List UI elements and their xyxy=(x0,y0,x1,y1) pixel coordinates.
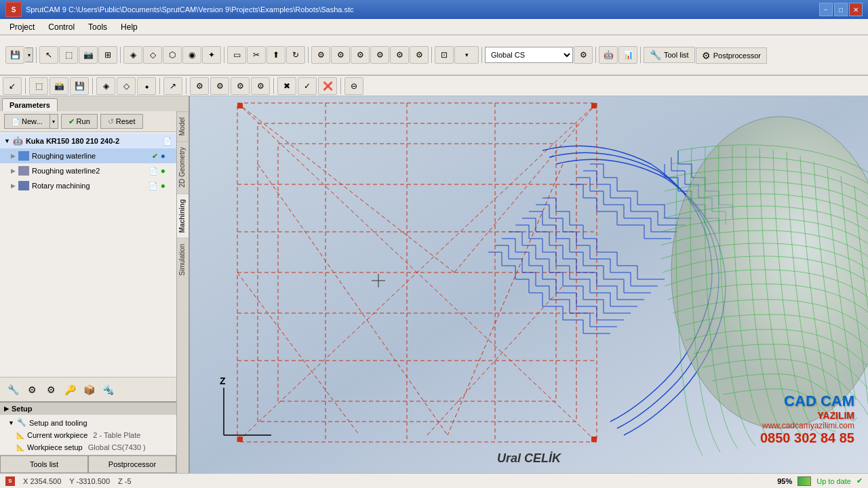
wp-setup-icon: 📐 xyxy=(16,444,24,451)
solid-button[interactable]: ⬡ xyxy=(163,46,182,64)
mill2-button[interactable]: ⚙ xyxy=(331,46,350,64)
robot-tools: 🤖 📊 xyxy=(599,46,637,64)
tb2-12[interactable]: ⚙ xyxy=(251,77,270,95)
tb2-9[interactable]: ⚙ xyxy=(190,77,209,95)
tb2-15[interactable]: ❌ xyxy=(318,77,337,95)
menu-tools[interactable]: Tools xyxy=(81,21,114,33)
tb2-13[interactable]: ✖ xyxy=(277,77,296,95)
vert-tab-2d[interactable]: 2D Geometry xyxy=(177,141,189,192)
new-btn-wrap: 📄 New... ▾ xyxy=(4,114,58,129)
vert-tab-model[interactable]: Model xyxy=(177,111,189,141)
op-item-2-check: 📄 xyxy=(149,182,158,190)
current-workpiece-item[interactable]: 📐 Current workpiece 2 - Table Plate xyxy=(0,429,176,441)
tb2-5[interactable]: ◈ xyxy=(96,77,115,95)
shape-tools: ▭ ✂ ⬆ ↻ xyxy=(227,46,305,64)
mill5-button[interactable]: ⚙ xyxy=(390,46,409,64)
rect-button[interactable]: ▭ xyxy=(227,46,246,64)
extrude-button[interactable]: ⬆ xyxy=(267,46,285,64)
zoom-level: 95% xyxy=(777,477,792,485)
sep-r2-4 xyxy=(186,78,186,94)
menu-control[interactable]: Control xyxy=(41,21,81,33)
tb2-7[interactable]: ⬥ xyxy=(137,77,156,95)
mill4-button[interactable]: ⚙ xyxy=(370,46,389,64)
mill3-button[interactable]: ⚙ xyxy=(351,46,370,64)
tool-list-button[interactable]: 🔧 Tool list xyxy=(644,47,695,63)
menu-project[interactable]: Project xyxy=(3,21,41,33)
sep8 xyxy=(640,47,641,63)
op-item-1[interactable]: ▶ Roughing waterline2 📄 ● xyxy=(0,163,176,178)
op-item-2[interactable]: ▶ Rotary machining 📄 ● xyxy=(0,178,176,193)
view2-2-button[interactable]: ▾ xyxy=(454,46,479,64)
statusbar-logo: S xyxy=(5,476,15,486)
fixture-icon[interactable]: 🔩 xyxy=(99,381,117,399)
cs-dropdown[interactable]: Global CS xyxy=(485,47,573,63)
cursor-button[interactable]: ↖ xyxy=(39,46,58,64)
tb2-14[interactable]: ✓ xyxy=(298,77,317,95)
close-button[interactable]: ✕ xyxy=(849,3,863,16)
tb2-3[interactable]: 📸 xyxy=(50,77,68,95)
save-button[interactable]: 💾 xyxy=(5,46,24,64)
tb2-1[interactable]: ↙ xyxy=(3,77,22,95)
settings-icon[interactable]: ⚙ xyxy=(42,381,60,399)
menu-help[interactable]: Help xyxy=(114,21,144,33)
robot-button[interactable]: 🤖 xyxy=(599,46,618,64)
workpiece-setup-item[interactable]: 📐 Workpiece setup Global CS(7430 ) xyxy=(0,441,176,453)
tb2-6[interactable]: ◇ xyxy=(117,77,136,95)
tb2-8[interactable]: ↗ xyxy=(163,77,182,95)
tb2-10[interactable]: ⚙ xyxy=(210,77,229,95)
select-button[interactable]: ⬚ xyxy=(59,46,78,64)
postprocessor-button[interactable]: ⚙ Postprocessor xyxy=(696,47,767,64)
explode-button[interactable]: ✦ xyxy=(202,46,221,64)
vert-tab-machining[interactable]: Machining xyxy=(177,193,189,238)
sep-r2-6 xyxy=(340,78,341,94)
view2-1-button[interactable]: ⊡ xyxy=(435,46,454,64)
minimize-button[interactable]: − xyxy=(819,3,833,16)
tools-icon[interactable]: 🔑 xyxy=(61,381,79,399)
new-dropdown-arrow[interactable]: ▾ xyxy=(50,114,58,129)
new-button[interactable]: 📄 New... xyxy=(4,114,50,129)
fit-button[interactable]: ⊞ xyxy=(98,46,117,64)
setup-expand: ▼ xyxy=(8,420,14,426)
tb2-4[interactable]: 💾 xyxy=(70,77,89,95)
vert-tab-simulation[interactable]: Simulation xyxy=(177,238,189,281)
statusbar: S X 2354.500 Y -3310.500 Z -5 95% Up to … xyxy=(0,473,868,488)
tab-parameters[interactable]: Parameters xyxy=(2,98,58,111)
stock-icon[interactable]: 📦 xyxy=(80,381,98,399)
tree-root[interactable]: ▼ 🤖 Kuka KR150 180 210 240-2 📄 xyxy=(0,134,176,148)
svg-rect-20 xyxy=(237,103,243,108)
tools-list-button[interactable]: Tools list xyxy=(0,455,88,473)
tb2-11[interactable]: ⚙ xyxy=(231,77,250,95)
viewport[interactable]: Dynamic xyxy=(190,96,868,473)
cut-button[interactable]: ✂ xyxy=(247,46,266,64)
maximize-button[interactable]: □ xyxy=(834,3,848,16)
op-item-0[interactable]: ▶ Roughing waterline ✔ ● xyxy=(0,148,176,163)
save-dropdown[interactable]: ▾ xyxy=(25,47,33,62)
panel-tabs: Parameters xyxy=(0,96,189,111)
view2-tools: ⊡ ▾ xyxy=(435,46,479,64)
wire-button[interactable]: ◇ xyxy=(143,46,162,64)
camera-button[interactable]: 📷 xyxy=(79,46,98,64)
view-tools: ◈ ◇ ⬡ ◉ ✦ xyxy=(123,46,221,64)
cs-settings-button[interactable]: ⚙ xyxy=(574,46,593,64)
revolve-button[interactable]: ↻ xyxy=(286,46,305,64)
postprocessor-btn[interactable]: Postprocessor xyxy=(88,455,176,473)
sep5 xyxy=(431,47,432,63)
tb2-16[interactable]: ⊖ xyxy=(344,77,363,95)
doc-icon: 📄 xyxy=(163,137,172,146)
sep6 xyxy=(481,47,482,63)
reset-button[interactable]: ↺ Reset xyxy=(100,114,143,129)
setup-icon[interactable]: 🔧 xyxy=(4,381,22,399)
run-button[interactable]: ✔ Run xyxy=(61,114,98,129)
status-text: Up to date xyxy=(816,477,851,485)
view3d-button[interactable]: ◈ xyxy=(123,46,142,64)
operations-icon[interactable]: ⚙ xyxy=(23,381,41,399)
shade-button[interactable]: ◉ xyxy=(182,46,201,64)
toolbar-row2: ↙ ⬚ 📸 💾 ◈ ◇ ⬥ ↗ ⚙ ⚙ ⚙ ⚙ ✖ ✓ ❌ ⊖ xyxy=(0,76,868,96)
robot2-button[interactable]: 📊 xyxy=(618,46,637,64)
tb2-2[interactable]: ⬚ xyxy=(29,77,48,95)
setup-area: ▶ Setup ▼ 🔧 Setup and tooling 📐 Current … xyxy=(0,401,176,455)
setup-header[interactable]: ▶ Setup xyxy=(0,403,176,415)
mill6-button[interactable]: ⚙ xyxy=(410,46,429,64)
mill1-button[interactable]: ⚙ xyxy=(311,46,330,64)
setup-tooling-item[interactable]: ▼ 🔧 Setup and tooling xyxy=(0,416,176,429)
